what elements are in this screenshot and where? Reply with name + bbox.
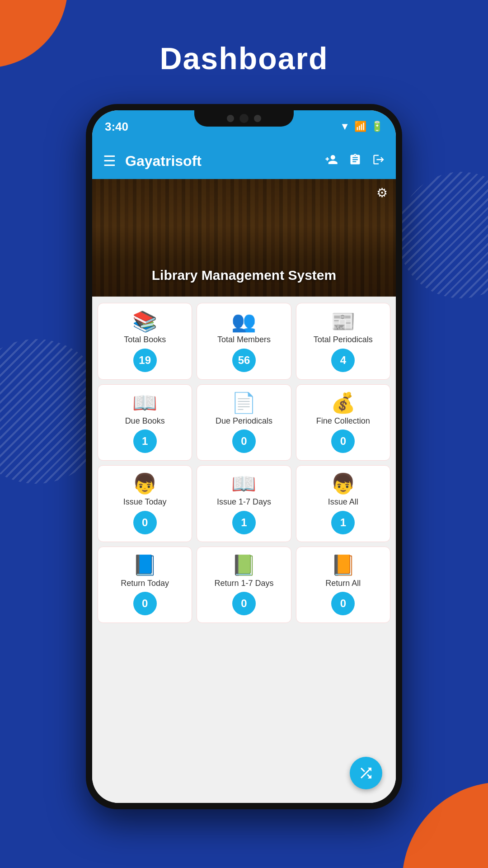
due-books-value: 1 [133,429,157,453]
wifi-icon: ▼ [340,121,350,132]
issue-1-7-days-value: 1 [232,511,256,534]
issue-today-label: Issue Today [123,497,167,507]
stat-card-return-today[interactable]: 📘 Return Today 0 [98,547,192,623]
total-members-icon: 👥 [231,311,256,331]
fine-collection-value: 0 [331,429,355,453]
due-books-label: Due Books [125,416,165,426]
notch-camera [239,114,249,123]
due-periodicals-label: Due Periodicals [216,416,272,426]
stat-card-issue-today[interactable]: 👦 Issue Today 0 [98,465,192,542]
stat-card-total-periodicals[interactable]: 📰 Total Periodicals 4 [296,303,390,380]
issue-today-icon: 👦 [132,474,157,494]
fine-collection-label: Fine Collection [316,416,370,426]
total-books-label: Total Books [124,335,166,345]
issue-all-value: 1 [331,511,355,534]
stat-card-total-members[interactable]: 👥 Total Members 56 [197,303,291,380]
bg-corner-br [402,782,488,868]
total-periodicals-value: 4 [331,349,355,372]
return-today-value: 0 [133,592,157,615]
return-all-value: 0 [331,592,355,615]
hero-title: Library Management System [152,268,336,297]
issue-1-7-days-icon: 📖 [231,474,256,494]
total-periodicals-label: Total Periodicals [314,335,373,345]
return-all-label: Return All [325,579,361,589]
status-time: 3:40 [105,120,128,134]
grid-area: 📚 Total Books 19 👥 Total Members 56 📰 To… [92,297,396,803]
total-books-value: 19 [133,349,157,372]
hero-section: ⚙ Library Management System [92,179,396,297]
phone-shell: 3:40 ▼ 📶 🔋 ☰ Gayatrisoft [86,104,402,809]
hero-gear-icon[interactable]: ⚙ [376,185,388,200]
signal-icon: 📶 [354,121,366,132]
return-1-7-days-label: Return 1-7 Days [214,579,273,589]
due-books-icon: 📖 [132,393,157,413]
stat-card-return-all[interactable]: 📙 Return All 0 [296,547,390,623]
stat-card-fine-collection[interactable]: 💰 Fine Collection 0 [296,384,390,461]
return-1-7-days-icon: 📗 [231,555,256,575]
return-today-icon: 📘 [132,555,157,575]
fab-button[interactable] [350,757,382,789]
return-1-7-days-value: 0 [232,592,256,615]
logout-icon[interactable] [372,153,385,169]
stat-card-issue-all[interactable]: 👦 Issue All 1 [296,465,390,542]
return-today-label: Return Today [121,579,169,589]
stats-row-1: 📚 Total Books 19 👥 Total Members 56 📰 To… [98,303,390,380]
fine-collection-icon: 💰 [331,393,356,413]
due-periodicals-value: 0 [232,429,256,453]
stats-row-3: 👦 Issue Today 0 📖 Issue 1-7 Days 1 👦 Iss… [98,465,390,542]
due-periodicals-icon: 📄 [231,393,256,413]
notch-speaker [227,115,234,122]
notes-icon[interactable] [349,153,361,169]
status-icons: ▼ 📶 🔋 [340,121,383,132]
stat-card-due-books[interactable]: 📖 Due Books 1 [98,384,192,461]
page-title: Dashboard [0,0,488,76]
issue-1-7-days-label: Issue 1-7 Days [217,497,271,507]
menu-icon[interactable]: ☰ [103,152,116,170]
stats-row-4: 📘 Return Today 0 📗 Return 1-7 Days 0 📙 R… [98,547,390,623]
stat-card-due-periodicals[interactable]: 📄 Due Periodicals 0 [197,384,291,461]
total-periodicals-icon: 📰 [331,311,356,331]
stat-card-issue-1-7-days[interactable]: 📖 Issue 1-7 Days 1 [197,465,291,542]
total-members-label: Total Members [217,335,271,345]
phone-screen: 3:40 ▼ 📶 🔋 ☰ Gayatrisoft [92,110,396,803]
add-user-icon[interactable] [324,153,338,170]
app-bar: ☰ Gayatrisoft [92,143,396,179]
status-bar: 3:40 ▼ 📶 🔋 [92,110,396,143]
battery-icon: 🔋 [371,121,383,132]
stats-row-2: 📖 Due Books 1 📄 Due Periodicals 0 💰 Fine… [98,384,390,461]
total-books-icon: 📚 [132,311,157,331]
notch [194,110,294,127]
app-bar-actions [324,153,385,170]
bg-circle-right [398,172,488,298]
issue-all-icon: 👦 [331,474,356,494]
issue-all-label: Issue All [328,497,358,507]
stat-card-total-books[interactable]: 📚 Total Books 19 [98,303,192,380]
notch-sensor [254,115,261,122]
app-bar-title: Gayatrisoft [125,153,315,170]
issue-today-value: 0 [133,511,157,534]
stat-card-return-1-7-days[interactable]: 📗 Return 1-7 Days 0 [197,547,291,623]
total-members-value: 56 [232,349,256,372]
return-all-icon: 📙 [331,555,356,575]
